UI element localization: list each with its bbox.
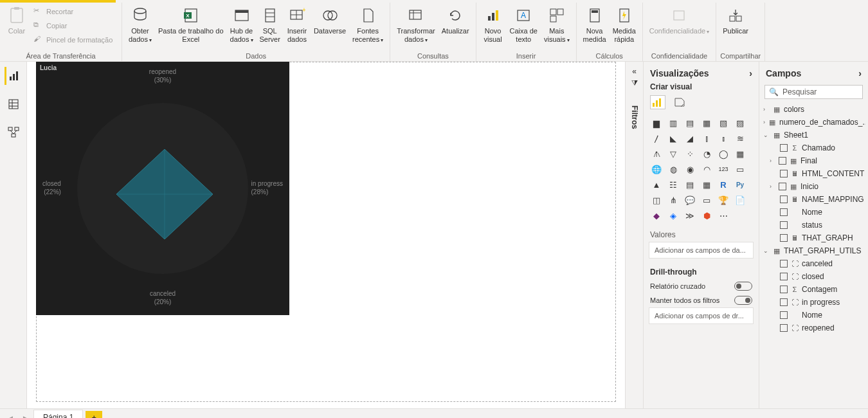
viz-scatter[interactable]: ⁘ xyxy=(682,147,698,161)
viz-funnel[interactable]: ▽ xyxy=(665,147,681,161)
keep-filters-toggle[interactable] xyxy=(734,296,752,305)
field-status[interactable]: status xyxy=(762,219,865,232)
recent-sources-button[interactable]: Fontesrecentes xyxy=(350,4,386,44)
table-that-graph-utils[interactable]: ⌄▦THAT_GRAPH_UTILS xyxy=(762,244,865,257)
report-view-button[interactable] xyxy=(5,67,23,85)
data-hub-button[interactable]: Hub dedados xyxy=(228,4,256,44)
viz-narrative[interactable]: ▭ xyxy=(699,193,714,207)
viz-stacked-column[interactable]: ▥ xyxy=(665,116,681,130)
field-in-progress[interactable]: ⛶in progress xyxy=(762,296,865,309)
report-canvas[interactable]: Lucia reopened(30%) in progress(28%) can… xyxy=(27,62,625,408)
viz-100-bar[interactable]: ▧ xyxy=(716,116,731,130)
field-chamado[interactable]: ΣChamado xyxy=(762,141,865,154)
field-closed[interactable]: ⛶closed xyxy=(762,270,865,283)
viz-waterfall[interactable]: ⩚ xyxy=(649,147,664,161)
viz-100-column[interactable]: ▨ xyxy=(732,116,748,130)
filters-pane-collapsed[interactable]: « ⧩ Filtros xyxy=(625,62,643,408)
build-visual-tab[interactable] xyxy=(650,95,665,109)
viz-card[interactable]: 123 xyxy=(716,162,731,176)
viz-gauge[interactable]: ◠ xyxy=(699,162,714,176)
field-contagem[interactable]: ΣContagem xyxy=(762,283,865,296)
table-sheet1[interactable]: ⌄▦Sheet1 xyxy=(762,129,865,141)
viz-pie[interactable]: ◔ xyxy=(699,147,714,161)
sensitivity-button[interactable]: Confidencialidade xyxy=(647,4,712,37)
viz-slicer[interactable]: ☷ xyxy=(665,177,681,192)
viz-goals[interactable]: 🏆 xyxy=(716,193,731,207)
data-view-button[interactable] xyxy=(5,95,23,113)
next-page-button[interactable]: ► xyxy=(19,414,31,418)
viz-treemap[interactable]: ▦ xyxy=(732,147,748,161)
viz-stacked-bar[interactable]: ▆ xyxy=(649,116,664,130)
new-measure-button[interactable]: Novamedida xyxy=(581,4,609,44)
new-visual-button[interactable]: Novovisual xyxy=(480,4,506,44)
add-page-button[interactable]: + xyxy=(86,411,102,419)
viz-line[interactable]: 〳 xyxy=(649,131,664,145)
viz-paginated[interactable]: 📄 xyxy=(732,193,748,207)
more-visuals-button[interactable]: Maisvisuais xyxy=(541,4,572,44)
model-view-button[interactable] xyxy=(5,123,23,141)
viz-matrix[interactable]: ▦ xyxy=(699,177,714,192)
prev-page-button[interactable]: ◄ xyxy=(5,414,17,418)
viz-ribbon[interactable]: ≋ xyxy=(732,131,748,145)
excel-button[interactable]: XPasta de trabalho doExcel xyxy=(156,4,226,44)
viz-power-automate[interactable]: ◈ xyxy=(665,208,681,223)
field-name-mapping[interactable]: 🖩NAME_MAPPING xyxy=(762,193,865,206)
field-nome2[interactable]: Nome xyxy=(762,309,865,322)
refresh-button[interactable]: Atualizar xyxy=(439,4,472,37)
cut-button[interactable]: ✂Recortar xyxy=(31,5,115,18)
viz-kpi[interactable]: ▲ xyxy=(649,177,664,192)
transform-data-button[interactable]: Transformardados xyxy=(394,4,438,44)
viz-multi-card[interactable]: ▭ xyxy=(732,162,748,176)
field-canceled[interactable]: ⛶canceled xyxy=(762,257,865,270)
viz-qa[interactable]: 💬 xyxy=(682,193,698,207)
viz-html[interactable]: ⬢ xyxy=(699,208,714,223)
field-nome[interactable]: Nome xyxy=(762,206,865,219)
viz-power-apps[interactable]: ◆ xyxy=(649,208,664,223)
viz-line-clustered[interactable]: ⫾ xyxy=(716,131,731,145)
field-reopened[interactable]: ⛶reopened xyxy=(762,322,865,334)
viz-azure-map[interactable]: ◉ xyxy=(682,162,698,176)
format-visual-tab[interactable] xyxy=(672,95,687,109)
paste-button[interactable]: Colar xyxy=(4,4,30,37)
viz-map[interactable]: 🌐 xyxy=(649,162,664,176)
viz-area[interactable]: ◣ xyxy=(665,131,681,145)
viz-key-influencers[interactable]: ◫ xyxy=(649,193,664,207)
get-data-button[interactable]: Obterdados xyxy=(126,4,154,44)
dataverse-button[interactable]: Dataverse xyxy=(311,4,348,37)
field-inicio[interactable]: ›▦Inicio xyxy=(762,180,865,193)
viz-r[interactable]: R xyxy=(716,177,731,192)
copy-button[interactable]: ⧉Copiar xyxy=(31,19,115,32)
publish-button[interactable]: Publicar xyxy=(720,4,751,37)
field-html-content[interactable]: 🖩HTML_CONTENT xyxy=(762,167,865,180)
field-final[interactable]: ›▦Final xyxy=(762,154,865,167)
fields-search[interactable]: 🔍Pesquisar xyxy=(764,85,863,99)
page-tab-1[interactable]: Página 1 xyxy=(33,410,83,418)
table-numero[interactable]: ›▦numero_de_chamados_... xyxy=(762,116,865,129)
enter-data-button[interactable]: +Inserirdados xyxy=(284,4,310,44)
sql-server-button[interactable]: SQLServer xyxy=(257,4,283,44)
viz-table[interactable]: ▤ xyxy=(682,177,698,192)
radar-label-bottom: canceled(20%) xyxy=(36,290,289,306)
chevron-right-icon[interactable]: › xyxy=(749,68,752,78)
svg-rect-20 xyxy=(496,10,498,21)
drillthrough-dropzone[interactable]: Adicionar os campos de dr... xyxy=(649,307,754,324)
viz-more[interactable]: ⋯ xyxy=(716,208,731,223)
viz-python[interactable]: Py xyxy=(732,177,748,192)
chevron-right-icon[interactable]: › xyxy=(858,68,862,78)
field-that-graph[interactable]: 🖩THAT_GRAPH xyxy=(762,232,865,244)
viz-clustered-column[interactable]: ▦ xyxy=(699,116,714,130)
viz-stacked-area[interactable]: ◢ xyxy=(682,131,698,145)
viz-clustered-bar[interactable]: ▤ xyxy=(682,116,698,130)
values-dropzone[interactable]: Adicionar os campos de da... xyxy=(649,242,754,259)
quick-measure-button[interactable]: Medidarápida xyxy=(610,4,638,44)
viz-arcgis[interactable]: ≫ xyxy=(682,208,698,223)
table-colors[interactable]: ›▦colors xyxy=(762,103,865,116)
viz-line-column[interactable]: ⫿ xyxy=(699,131,714,145)
viz-filled-map[interactable]: ◍ xyxy=(665,162,681,176)
cross-report-toggle[interactable] xyxy=(734,282,752,291)
text-box-button[interactable]: ACaixa detexto xyxy=(507,4,540,44)
radar-chart-visual[interactable]: Lucia reopened(30%) in progress(28%) can… xyxy=(36,62,289,315)
viz-donut[interactable]: ◯ xyxy=(716,147,731,161)
viz-decomposition[interactable]: ⋔ xyxy=(665,193,681,207)
format-painter-button[interactable]: 🖌Pincel de formatação xyxy=(31,33,115,46)
